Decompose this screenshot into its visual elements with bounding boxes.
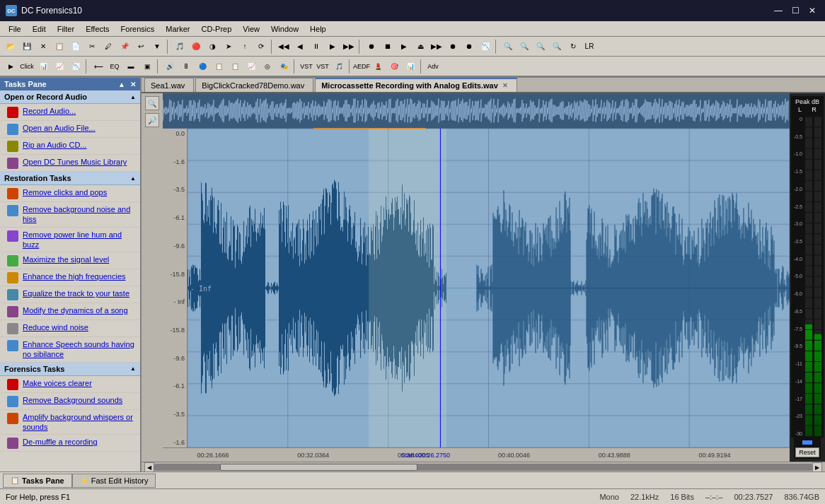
- toolbar-btn[interactable]: ◑: [204, 39, 220, 54]
- toolbar-btn[interactable]: 📊: [35, 59, 51, 74]
- toolbar-btn[interactable]: 🎯: [386, 59, 402, 74]
- tasks-pane-body[interactable]: Open or Record Audio▲Record Audio...Open…: [0, 90, 140, 471]
- toolbar-btn[interactable]: ◀: [292, 39, 308, 54]
- toolbar-btn[interactable]: ▣: [139, 59, 155, 74]
- toolbar-btn[interactable]: 📄: [68, 39, 83, 54]
- toolbar-btn[interactable]: 📌: [117, 39, 132, 54]
- menu-item-help[interactable]: Help: [304, 23, 332, 35]
- toolbar-btn[interactable]: 📉: [68, 59, 83, 74]
- menu-item-effects[interactable]: Effects: [80, 23, 115, 35]
- toolbar-btn[interactable]: ↑: [237, 39, 253, 54]
- toolbar-btn[interactable]: 📉: [478, 39, 493, 54]
- toolbar-btn[interactable]: 📂: [3, 39, 18, 54]
- minimize-button[interactable]: —: [771, 4, 785, 18]
- task-item-maximize-signal[interactable]: Maximize the signal level: [0, 252, 140, 269]
- toolbar-btn[interactable]: 🔍: [517, 39, 532, 54]
- toolbar-btn[interactable]: 🔍: [549, 39, 565, 54]
- toolbar-btn[interactable]: ◀◀: [276, 39, 292, 54]
- toolbar-btn[interactable]: ▼: [149, 39, 165, 54]
- toolbar-btn[interactable]: ⏏: [412, 39, 428, 54]
- bottom-tab-tasks-pane-tab[interactable]: 📋Tasks Pane: [3, 474, 72, 488]
- task-section-header-restoration[interactable]: Restoration Tasks▲: [0, 172, 140, 185]
- task-item-record-audio[interactable]: Record Audio...: [0, 104, 140, 121]
- task-item-rip-cd[interactable]: Rip an Audio CD...: [0, 138, 140, 155]
- zoom-out-button[interactable]: 🔎: [145, 113, 159, 127]
- maximize-button[interactable]: ☐: [788, 4, 802, 18]
- toolbar-btn[interactable]: ▶: [396, 39, 412, 54]
- task-item-reduce-wind[interactable]: Reduce wind noise: [0, 320, 140, 337]
- toolbar-btn[interactable]: LR: [582, 39, 597, 54]
- toolbar-btn[interactable]: ◎: [260, 59, 275, 74]
- toolbar-btn[interactable]: ▶▶: [429, 39, 444, 54]
- task-item-open-file[interactable]: Open an Audio File...: [0, 121, 140, 138]
- task-item-remove-clicks[interactable]: Remove clicks and pops: [0, 185, 140, 202]
- menu-item-cd-prep[interactable]: CD-Prep: [196, 23, 238, 35]
- toolbar-btn[interactable]: ⏺: [461, 39, 477, 54]
- close-button[interactable]: ✕: [805, 4, 819, 18]
- toolbar-btn[interactable]: 📋: [52, 39, 67, 54]
- toolbar-btn[interactable]: VST: [315, 59, 330, 74]
- h-scrollbar[interactable]: ◀ ▶: [142, 462, 825, 471]
- toolbar-btn[interactable]: EQ: [107, 59, 122, 74]
- toolbar-btn[interactable]: 🎭: [276, 59, 292, 74]
- toolbar-btn[interactable]: 🔍: [500, 39, 516, 54]
- menu-item-file[interactable]: File: [3, 23, 27, 35]
- toolbar-btn[interactable]: ⟵: [91, 59, 106, 74]
- menu-item-view[interactable]: View: [237, 23, 265, 35]
- bottom-tab-fast-edit-tab[interactable]: ⚡Fast Edit History: [72, 474, 156, 488]
- task-item-amplify-whispers[interactable]: Amplify background whispers or sounds: [0, 410, 140, 435]
- toolbar-btn[interactable]: ▬: [123, 59, 139, 74]
- toolbar-btn[interactable]: ▶: [3, 59, 18, 74]
- toolbar-btn[interactable]: 🔊: [162, 59, 178, 74]
- tab-tab3[interactable]: Microcassette Recording with Analog Edit…: [315, 78, 517, 92]
- task-item-enhance-speech[interactable]: Enhance Speech sounds having no sibilanc…: [0, 337, 140, 363]
- toolbar-btn[interactable]: 💾: [19, 39, 35, 54]
- overview-bar[interactable]: [163, 93, 790, 129]
- toolbar-btn[interactable]: ⟳: [253, 39, 269, 54]
- h-scrollbar-thumb[interactable]: [220, 464, 417, 471]
- scroll-left-arrow[interactable]: ◀: [144, 462, 154, 471]
- toolbar-btn[interactable]: ✂: [84, 39, 100, 54]
- task-item-make-voices[interactable]: Make voices clearer: [0, 376, 140, 393]
- toolbar-btn[interactable]: Adv: [425, 59, 441, 74]
- pane-close[interactable]: ✕: [130, 81, 136, 88]
- toolbar-btn[interactable]: AEDF: [354, 59, 369, 74]
- toolbar-btn[interactable]: ⏸: [308, 39, 324, 54]
- task-item-enhance-high[interactable]: Enhance the high frequencies: [0, 269, 140, 286]
- menu-item-marker[interactable]: Marker: [160, 23, 195, 35]
- toolbar-btn[interactable]: 🔵: [195, 59, 210, 74]
- toolbar-btn[interactable]: ➤: [221, 39, 236, 54]
- task-item-demuffle[interactable]: De-muffle a recording: [0, 435, 140, 452]
- task-item-remove-hum[interactable]: Remove power line hum and buzz: [0, 228, 140, 253]
- tab-tab2[interactable]: BigClickCracked78Demo.wav: [195, 78, 313, 92]
- task-section-header-forensics[interactable]: Forensics Tasks▲: [0, 363, 140, 376]
- menu-item-edit[interactable]: Edit: [27, 23, 52, 35]
- task-item-modify-dynamics[interactable]: Modify the dynamics of a song: [0, 303, 140, 320]
- pane-pin[interactable]: ▲: [118, 81, 125, 88]
- toolbar-btn[interactable]: ⏺: [364, 39, 379, 54]
- menu-item-window[interactable]: Window: [265, 23, 304, 35]
- toolbar-btn[interactable]: 📊: [403, 59, 418, 74]
- toolbar-btn[interactable]: 🎵: [172, 39, 188, 54]
- task-section-header-open-record[interactable]: Open or Record Audio▲: [0, 90, 140, 104]
- tab-tab1[interactable]: Sea1.wav: [144, 78, 194, 92]
- toolbar-btn[interactable]: ↻: [565, 39, 581, 54]
- toolbar-btn[interactable]: 💄: [370, 59, 386, 74]
- toolbar-btn[interactable]: ⏹: [380, 39, 396, 54]
- toolbar-btn[interactable]: 🔴: [188, 39, 204, 54]
- toolbar-btn[interactable]: Click: [19, 59, 35, 74]
- toolbar-btn[interactable]: ✕: [35, 39, 51, 54]
- toolbar-btn[interactable]: 🎚: [178, 59, 194, 74]
- menu-item-forensics[interactable]: Forensics: [115, 23, 161, 35]
- toolbar-btn[interactable]: ▶▶: [341, 39, 357, 54]
- task-item-equalize[interactable]: Equalize the track to your taste: [0, 286, 140, 303]
- toolbar-btn[interactable]: 🎵: [331, 59, 347, 74]
- task-item-dc-tunes[interactable]: Open DC Tunes Music Library: [0, 155, 140, 172]
- toolbar-btn[interactable]: VST: [299, 59, 314, 74]
- reset-button[interactable]: Reset: [795, 447, 819, 457]
- toolbar-btn[interactable]: 🔍: [533, 39, 548, 54]
- toolbar-btn[interactable]: 📈: [243, 59, 259, 74]
- scroll-right-arrow[interactable]: ▶: [812, 462, 822, 471]
- toolbar-btn[interactable]: 🖊: [100, 39, 116, 54]
- task-item-remove-bg-sounds[interactable]: Remove Background sounds: [0, 393, 140, 410]
